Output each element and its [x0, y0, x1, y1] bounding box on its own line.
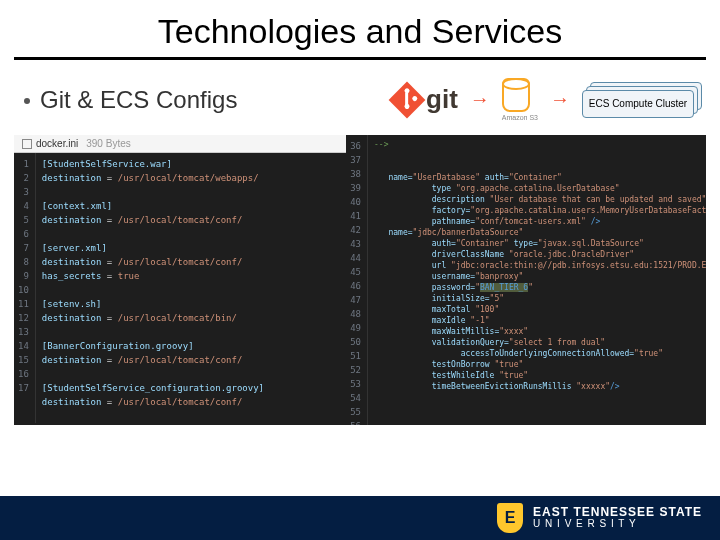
s3-icon — [502, 78, 530, 112]
footer: E EAST TENNESSEE STATE U N I V E R S I T… — [0, 496, 720, 540]
code-area: docker.ini 390 Bytes 1234567891011121314… — [14, 135, 706, 425]
university-name: EAST TENNESSEE STATE U N I V E R S I T Y — [533, 507, 702, 529]
bullet-item: Git & ECS Configs — [18, 86, 237, 114]
arrow-icon: → — [470, 88, 490, 111]
slide-title: Technologies and Services — [0, 0, 720, 57]
file-tab: docker.ini 390 Bytes — [14, 135, 346, 153]
code-content: --> name="UserDatabase" auth="Container"… — [368, 135, 706, 425]
s3-label: Amazon S3 — [502, 114, 538, 121]
upper-row: Git & ECS Configs git → Amazon S3 → ECS … — [0, 60, 720, 131]
git-text: git — [426, 84, 458, 115]
shield-icon: E — [497, 503, 523, 533]
s3-group: Amazon S3 — [502, 78, 538, 121]
git-logo: git — [394, 84, 458, 115]
arrow-icon: → — [550, 88, 570, 111]
cluster-box-group: ECS Compute Cluster — [582, 82, 702, 118]
file-icon — [22, 139, 32, 149]
cluster-label: ECS Compute Cluster — [582, 90, 694, 118]
file-name: docker.ini — [36, 138, 78, 149]
line-gutter: 1234567891011121314151617 — [14, 153, 36, 423]
line-gutter: 3637383940414243444546474849505152535455… — [346, 135, 368, 425]
left-editor: docker.ini 390 Bytes 1234567891011121314… — [14, 135, 346, 425]
file-size: 390 Bytes — [86, 138, 130, 149]
right-editor: 3637383940414243444546474849505152535455… — [346, 135, 706, 425]
logo-row: git → Amazon S3 → ECS Compute Cluster — [394, 78, 702, 121]
git-icon — [389, 81, 426, 118]
code-content: [StudentSelfService.war] destination = /… — [36, 153, 270, 423]
